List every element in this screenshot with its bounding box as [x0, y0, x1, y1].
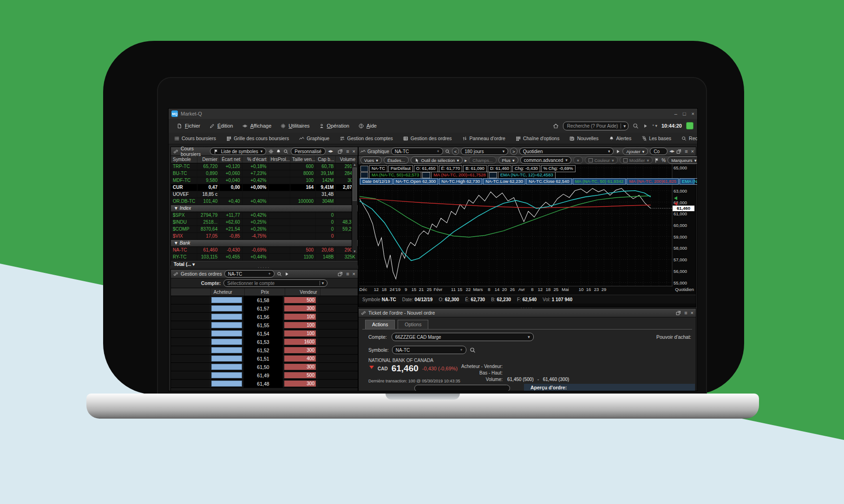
toolbar-nouvelles[interactable]: Nouvelles	[569, 136, 598, 141]
add-button[interactable]: Ajouter ▾	[622, 148, 648, 155]
pin-flag-icon[interactable]	[654, 158, 660, 163]
legend-tag[interactable]: D: 61,460	[488, 165, 511, 172]
markers-button[interactable]: Marqueurs▾	[667, 156, 698, 164]
home-icon[interactable]	[553, 123, 559, 129]
selection-tool-button[interactable]: Outil de sélection▾	[411, 156, 463, 164]
close-icon[interactable]: ×	[692, 111, 694, 116]
close-icon[interactable]: ×	[353, 149, 355, 154]
panel-menu-icon[interactable]: ≡	[684, 310, 687, 316]
panel-menu-icon[interactable]: ≡	[685, 149, 687, 154]
column-header[interactable]: HrsProl...	[268, 156, 290, 163]
study-tag[interactable]: EMA (NA-TC, 12)=62,4583	[498, 172, 556, 179]
ladder-price[interactable]: 61,53	[243, 338, 283, 346]
menu-utilitaires[interactable]: Utilitaires	[276, 119, 314, 133]
studies-button[interactable]: Études...	[384, 156, 409, 164]
popout-icon[interactable]	[676, 149, 681, 154]
compare-input[interactable]: Co	[650, 148, 667, 155]
panel-menu-icon[interactable]: ≡	[346, 149, 349, 154]
legend-tag[interactable]: B: 61,090	[463, 165, 487, 172]
range-prev-button[interactable]: <	[452, 148, 459, 155]
quote-row[interactable]: RY-TC103,115+0,455+0,44%1100148B325K	[171, 254, 358, 261]
legend-tag[interactable]: % Chg: -0,69%	[541, 165, 576, 172]
bid-bar[interactable]	[211, 355, 242, 362]
bid-bar[interactable]	[211, 372, 242, 378]
ask-bar[interactable]: 300	[284, 347, 316, 353]
toolbar-les-bases[interactable]: Les bases	[641, 136, 671, 141]
gear-icon[interactable]	[268, 149, 274, 154]
search-icon[interactable]	[445, 149, 450, 154]
legend-tag[interactable]: É: 61,770	[439, 165, 463, 172]
group-row[interactable]: ▼ Index	[171, 205, 358, 212]
bid-bar[interactable]	[211, 381, 242, 387]
bid-bar[interactable]	[211, 364, 242, 370]
group-row[interactable]: ▼ Bank	[171, 240, 358, 247]
account-select[interactable]: Sélectionner le compte ▾	[223, 279, 327, 287]
bid-bar[interactable]	[211, 297, 242, 303]
ask-bar[interactable]: 100	[284, 314, 316, 320]
minimize-icon[interactable]: –	[674, 111, 677, 116]
ask-bar[interactable]: 500	[284, 297, 316, 303]
toolbar-gestion-des-ordres[interactable]: Gestion des ordres	[403, 136, 452, 141]
ladder-row[interactable]: 61,51400	[171, 355, 358, 363]
popout-icon[interactable]	[676, 310, 681, 316]
ladder-row[interactable]: 61,58500	[171, 296, 358, 304]
bid-bar[interactable]	[211, 314, 242, 320]
ladder-price[interactable]: 61,52	[243, 346, 283, 354]
ask-bar[interactable]: 100	[284, 322, 316, 328]
scroll-down-icon[interactable]: ▼	[352, 250, 357, 253]
column-header[interactable]: % d'écart	[242, 156, 269, 163]
ladder-price[interactable]: 61,48	[243, 380, 283, 388]
star-menu[interactable]: * ▾	[652, 123, 657, 128]
search-icon[interactable]	[470, 347, 476, 353]
ladder-price[interactable]: 61,57	[243, 304, 283, 312]
ladder-row[interactable]: 61,49500	[171, 371, 358, 380]
close-icon[interactable]: ×	[353, 271, 355, 277]
legend-tag[interactable]: NA-TC	[369, 165, 387, 172]
ask-bar[interactable]: 100	[284, 330, 316, 336]
ladder-row[interactable]: 61,57300	[171, 304, 358, 313]
menu-opération[interactable]: Opération	[314, 119, 354, 133]
ladder-row[interactable]: 61,54100	[171, 330, 358, 338]
link-icon[interactable]	[173, 149, 178, 154]
ticket-symbol-combo[interactable]: NA-TC +	[392, 346, 466, 354]
pager-arrows[interactable]: ◀▶	[328, 149, 333, 153]
legend-tag[interactable]: O: 61,450	[414, 165, 438, 172]
bid-bar[interactable]	[211, 347, 242, 353]
orders-symbol-combo[interactable]: NA-TC +	[224, 270, 275, 278]
order-type-select[interactable]	[414, 385, 510, 391]
ask-bar[interactable]: 300	[284, 305, 316, 311]
percent-toggle[interactable]: %	[661, 158, 666, 163]
menu-édition[interactable]: Édition	[205, 119, 238, 133]
quote-row[interactable]: CUR0,470,00+0,00%1649,41M2,07K	[171, 184, 358, 191]
study-tag[interactable]: MA (NA-TC, 200)=61,7528	[431, 172, 488, 179]
close-icon[interactable]: ×	[691, 149, 694, 154]
column-header[interactable]: Dernier	[197, 156, 220, 163]
ask-bar[interactable]: 400	[284, 355, 316, 362]
bid-bar[interactable]	[211, 305, 242, 311]
maximize-icon[interactable]: □	[683, 111, 686, 116]
ask-bar[interactable]: 300	[284, 381, 316, 387]
column-header[interactable]: Symbole	[171, 156, 197, 163]
quote-row[interactable]: $INDU2518...+62,60+0,25%048,3M	[171, 219, 358, 226]
quote-row[interactable]: NA-TC61,460-0,430-0,69%50020,6B290K	[171, 247, 358, 254]
quote-row[interactable]: UOVEF18,85 c31,4B	[171, 191, 358, 198]
ticket-account-select[interactable]: 66ZZZGE CAD Marge ▾	[392, 333, 534, 341]
link-icon[interactable]	[361, 310, 366, 316]
search-input[interactable]: Recherche (? Pour Aide) ▾	[563, 122, 629, 130]
ladder-row[interactable]: 61,55100	[171, 321, 358, 330]
plus-button[interactable]: Plus▾	[498, 156, 518, 164]
search-icon[interactable]	[283, 149, 288, 154]
view-combo[interactable]: Personnalisé	[291, 148, 326, 155]
popout-icon[interactable]	[338, 271, 343, 277]
period-combo[interactable]: Quotidien ▾	[519, 148, 614, 155]
search-icon[interactable]	[277, 271, 282, 277]
bid-bar[interactable]	[211, 322, 242, 328]
quote-row[interactable]: TRP-TC65,720+0,120+0,18%60060,7B291K	[171, 163, 358, 170]
ladder-row[interactable]: 61,56100	[171, 313, 358, 321]
column-header[interactable]: Taille ven...	[290, 156, 316, 163]
legend-tag[interactable]: ParDéfaut	[388, 165, 413, 172]
menu-affichage[interactable]: Affichage	[238, 119, 276, 133]
ask-bar[interactable]: 300	[284, 364, 316, 370]
column-header[interactable]: Volume	[336, 156, 358, 163]
chevron-down-icon[interactable]: ▾	[621, 123, 628, 129]
